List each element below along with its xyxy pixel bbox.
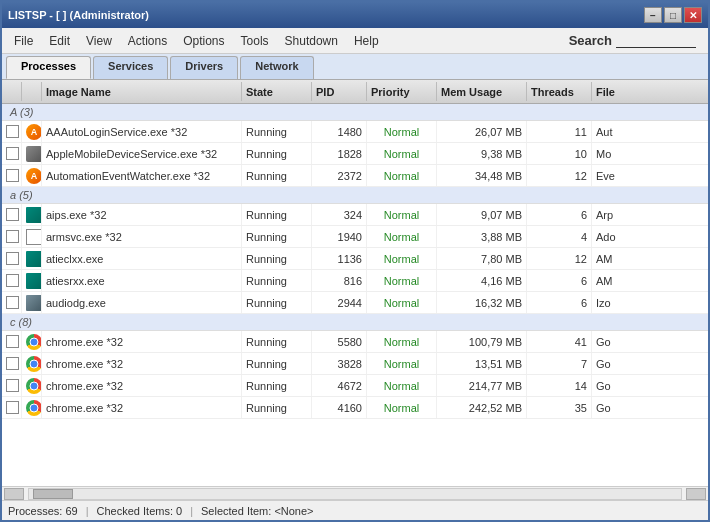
col-image-name[interactable]: Image Name bbox=[42, 82, 242, 101]
table-row[interactable]: AAutomationEventWatcher.exe *32Running23… bbox=[2, 165, 708, 187]
row-threads: 6 bbox=[527, 292, 592, 313]
row-checkbox[interactable] bbox=[2, 397, 22, 418]
horizontal-scrollbar[interactable] bbox=[2, 486, 708, 500]
tab-processes[interactable]: Processes bbox=[6, 56, 91, 79]
col-threads[interactable]: Threads bbox=[527, 82, 592, 101]
col-state[interactable]: State bbox=[242, 82, 312, 101]
row-file: Go bbox=[592, 375, 708, 396]
row-file: Mo bbox=[592, 143, 708, 164]
search-input[interactable] bbox=[616, 33, 696, 48]
maximize-button[interactable]: □ bbox=[664, 7, 682, 23]
row-priority: Normal bbox=[367, 353, 437, 374]
col-checkbox[interactable] bbox=[2, 82, 22, 101]
menu-tools[interactable]: Tools bbox=[233, 32, 277, 50]
row-threads: 4 bbox=[527, 226, 592, 247]
row-pid: 1480 bbox=[312, 121, 367, 142]
row-state: Running bbox=[242, 165, 312, 186]
table-row[interactable]: chrome.exe *32Running3828Normal13,51 MB7… bbox=[2, 353, 708, 375]
row-checkbox[interactable] bbox=[2, 165, 22, 186]
table-row[interactable]: aips.exe *32Running324Normal9,07 MB6Arp bbox=[2, 204, 708, 226]
row-state: Running bbox=[242, 331, 312, 352]
row-file: Izo bbox=[592, 292, 708, 313]
row-threads: 10 bbox=[527, 143, 592, 164]
row-checkbox[interactable] bbox=[2, 121, 22, 142]
row-checkbox[interactable] bbox=[2, 226, 22, 247]
row-icon: A bbox=[22, 121, 42, 142]
table-row[interactable]: atiesrxx.exeRunning816Normal4,16 MB6AM bbox=[2, 270, 708, 292]
row-state: Running bbox=[242, 143, 312, 164]
table-row[interactable]: chrome.exe *32Running5580Normal100,79 MB… bbox=[2, 331, 708, 353]
row-checkbox[interactable] bbox=[2, 331, 22, 352]
col-mem-usage[interactable]: Mem Usage bbox=[437, 82, 527, 101]
row-image-name: chrome.exe *32 bbox=[42, 353, 242, 374]
row-mem-usage: 9,07 MB bbox=[437, 204, 527, 225]
col-priority[interactable]: Priority bbox=[367, 82, 437, 101]
row-priority: Normal bbox=[367, 143, 437, 164]
status-sep1: | bbox=[86, 505, 89, 517]
row-icon bbox=[22, 353, 42, 374]
row-priority: Normal bbox=[367, 375, 437, 396]
row-pid: 2944 bbox=[312, 292, 367, 313]
status-selected: Selected Item: <None> bbox=[201, 505, 314, 517]
menu-view[interactable]: View bbox=[78, 32, 120, 50]
menu-actions[interactable]: Actions bbox=[120, 32, 175, 50]
row-threads: 6 bbox=[527, 204, 592, 225]
row-checkbox[interactable] bbox=[2, 248, 22, 269]
row-threads: 11 bbox=[527, 121, 592, 142]
row-checkbox[interactable] bbox=[2, 353, 22, 374]
menu-shutdown[interactable]: Shutdown bbox=[277, 32, 346, 50]
row-image-name: AutomationEventWatcher.exe *32 bbox=[42, 165, 242, 186]
row-mem-usage: 16,32 MB bbox=[437, 292, 527, 313]
tab-drivers[interactable]: Drivers bbox=[170, 56, 238, 79]
table-row[interactable]: armsvc.exe *32Running1940Normal3,88 MB4A… bbox=[2, 226, 708, 248]
status-processes: Processes: 69 bbox=[8, 505, 78, 517]
table-header: Image Name State PID Priority Mem Usage … bbox=[2, 80, 708, 104]
search-label: Search bbox=[569, 33, 612, 48]
row-state: Running bbox=[242, 270, 312, 291]
menu-help[interactable]: Help bbox=[346, 32, 387, 50]
menu-edit[interactable]: Edit bbox=[41, 32, 78, 50]
menu-options[interactable]: Options bbox=[175, 32, 232, 50]
row-threads: 35 bbox=[527, 397, 592, 418]
row-file: Aut bbox=[592, 121, 708, 142]
row-threads: 12 bbox=[527, 248, 592, 269]
col-pid[interactable]: PID bbox=[312, 82, 367, 101]
row-mem-usage: 100,79 MB bbox=[437, 331, 527, 352]
row-icon bbox=[22, 292, 42, 313]
row-image-name: AAAutoLoginService.exe *32 bbox=[42, 121, 242, 142]
row-checkbox[interactable] bbox=[2, 270, 22, 291]
group-header-c: c (8) bbox=[2, 314, 708, 331]
row-state: Running bbox=[242, 292, 312, 313]
search-area: Search bbox=[569, 33, 704, 48]
row-image-name: armsvc.exe *32 bbox=[42, 226, 242, 247]
col-file[interactable]: File bbox=[592, 82, 708, 101]
table-row[interactable]: atieclxx.exeRunning1136Normal7,80 MB12AM bbox=[2, 248, 708, 270]
row-checkbox[interactable] bbox=[2, 292, 22, 313]
minimize-button[interactable]: − bbox=[644, 7, 662, 23]
row-image-name: chrome.exe *32 bbox=[42, 331, 242, 352]
row-image-name: chrome.exe *32 bbox=[42, 397, 242, 418]
row-checkbox[interactable] bbox=[2, 204, 22, 225]
row-checkbox[interactable] bbox=[2, 375, 22, 396]
table-body: A (3)AAAAutoLoginService.exe *32Running1… bbox=[2, 104, 708, 486]
table-row[interactable]: chrome.exe *32Running4160Normal242,52 MB… bbox=[2, 397, 708, 419]
group-header-a: a (5) bbox=[2, 187, 708, 204]
row-icon bbox=[22, 375, 42, 396]
row-image-name: atieclxx.exe bbox=[42, 248, 242, 269]
row-priority: Normal bbox=[367, 248, 437, 269]
row-mem-usage: 242,52 MB bbox=[437, 397, 527, 418]
row-priority: Normal bbox=[367, 165, 437, 186]
table-row[interactable]: AppleMobileDeviceService.exe *32Running1… bbox=[2, 143, 708, 165]
tab-services[interactable]: Services bbox=[93, 56, 168, 79]
table-row[interactable]: chrome.exe *32Running4672Normal214,77 MB… bbox=[2, 375, 708, 397]
table-row[interactable]: AAAAutoLoginService.exe *32Running1480No… bbox=[2, 121, 708, 143]
menu-file[interactable]: File bbox=[6, 32, 41, 50]
status-sep2: | bbox=[190, 505, 193, 517]
row-file: Go bbox=[592, 397, 708, 418]
table-row[interactable]: audiodg.exeRunning2944Normal16,32 MB6Izo bbox=[2, 292, 708, 314]
row-file: AM bbox=[592, 270, 708, 291]
close-button[interactable]: ✕ bbox=[684, 7, 702, 23]
row-checkbox[interactable] bbox=[2, 143, 22, 164]
col-icon[interactable] bbox=[22, 82, 42, 101]
tab-network[interactable]: Network bbox=[240, 56, 313, 79]
